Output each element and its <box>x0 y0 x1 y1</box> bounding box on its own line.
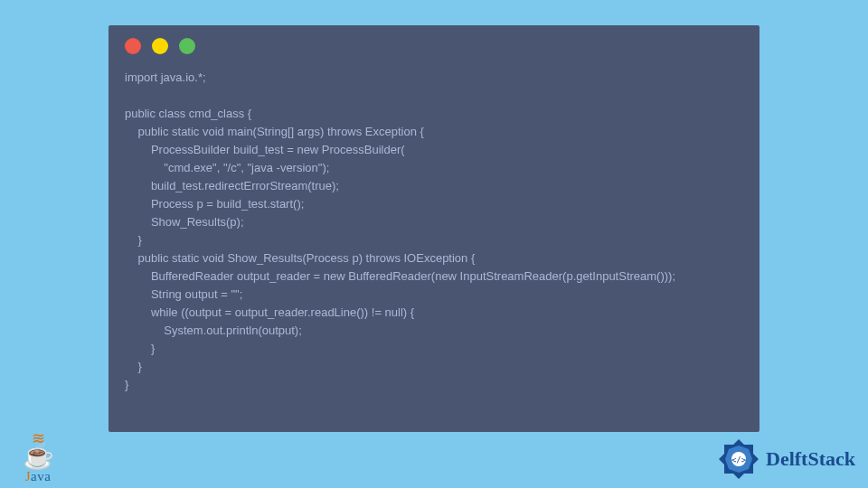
svg-text:</>: </> <box>731 455 747 465</box>
close-icon[interactable] <box>125 38 141 54</box>
maximize-icon[interactable] <box>179 38 195 54</box>
delftstack-text: DelftStack <box>766 447 855 471</box>
minimize-icon[interactable] <box>152 38 168 54</box>
java-logo-text: Java <box>13 469 63 484</box>
code-content: import java.io.*; public class cmd_class… <box>108 63 760 399</box>
window-titlebar <box>108 25 760 63</box>
delftstack-logo: </> DelftStack <box>717 437 855 481</box>
delftstack-badge-icon: </> <box>717 437 760 481</box>
code-window: import java.io.*; public class cmd_class… <box>108 25 760 432</box>
java-cup-icon: ☕ <box>13 444 63 469</box>
java-logo: ≋ ☕ Java <box>13 434 63 484</box>
